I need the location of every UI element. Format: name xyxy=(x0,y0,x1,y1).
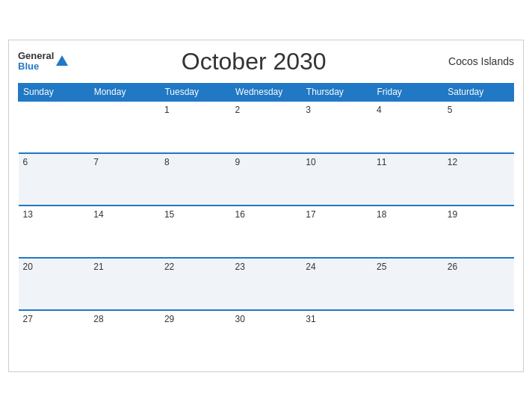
weekday-tuesday: Tuesday xyxy=(160,83,231,101)
calendar-day-cell: 26 xyxy=(443,258,514,310)
logo: General Blue xyxy=(18,51,68,72)
day-number: 2 xyxy=(235,105,241,115)
day-number: 10 xyxy=(306,157,315,167)
day-number: 6 xyxy=(23,157,28,167)
calendar-region: Cocos Islands xyxy=(439,55,514,67)
calendar-day-cell: 24 xyxy=(301,258,372,310)
day-number: 25 xyxy=(377,262,386,272)
calendar-day-cell: 6 xyxy=(19,153,90,206)
calendar-header: General Blue October 2030 Cocos Islands xyxy=(18,48,514,75)
day-number: 16 xyxy=(235,209,245,220)
calendar-day-cell xyxy=(89,101,160,153)
calendar-day-cell: 12 xyxy=(443,153,514,206)
calendar-week-row: 2728293031 xyxy=(19,310,514,362)
day-number: 18 xyxy=(377,209,386,220)
calendar-day-cell: 18 xyxy=(372,206,443,258)
day-number: 19 xyxy=(448,209,457,220)
day-number: 9 xyxy=(235,157,241,167)
logo-blue: Blue xyxy=(18,61,54,72)
calendar-day-cell: 4 xyxy=(372,101,443,153)
calendar-day-cell: 5 xyxy=(443,101,514,153)
calendar-day-cell xyxy=(19,101,90,153)
calendar-week-row: 6789101112 xyxy=(19,153,514,206)
day-number: 15 xyxy=(164,209,174,220)
calendar-day-cell: 9 xyxy=(231,153,302,206)
calendar-day-cell: 8 xyxy=(160,153,231,206)
calendar-container: General Blue October 2030 Cocos Islands … xyxy=(8,40,524,372)
weekday-thursday: Thursday xyxy=(301,83,372,101)
calendar-day-cell: 28 xyxy=(89,310,160,362)
calendar-day-cell: 20 xyxy=(19,258,90,310)
calendar-week-row: 12345 xyxy=(19,101,514,153)
day-number: 7 xyxy=(93,157,99,167)
day-number: 30 xyxy=(235,314,245,324)
calendar-day-cell: 30 xyxy=(231,310,302,362)
day-number: 12 xyxy=(448,157,457,167)
calendar-grid: Sunday Monday Tuesday Wednesday Thursday… xyxy=(18,83,514,362)
calendar-day-cell: 17 xyxy=(301,206,372,258)
calendar-week-row: 20212223242526 xyxy=(19,258,514,310)
calendar-day-cell: 29 xyxy=(160,310,231,362)
logo-triangle-icon xyxy=(56,55,68,66)
day-number: 21 xyxy=(93,262,103,272)
day-number: 5 xyxy=(448,105,453,115)
weekday-friday: Friday xyxy=(372,83,443,101)
weekday-monday: Monday xyxy=(89,83,160,101)
calendar-day-cell: 23 xyxy=(231,258,302,310)
calendar-day-cell: 16 xyxy=(231,206,302,258)
day-number: 1 xyxy=(164,105,170,115)
day-number: 23 xyxy=(235,262,245,272)
day-number: 27 xyxy=(23,314,33,324)
calendar-day-cell: 13 xyxy=(19,206,90,258)
day-number: 29 xyxy=(164,314,174,324)
calendar-day-cell: 31 xyxy=(301,310,372,362)
calendar-day-cell: 15 xyxy=(160,206,231,258)
day-number: 17 xyxy=(306,209,315,220)
calendar-day-cell: 22 xyxy=(160,258,231,310)
weekday-saturday: Saturday xyxy=(443,83,514,101)
calendar-title: October 2030 xyxy=(182,48,327,75)
calendar-day-cell: 25 xyxy=(372,258,443,310)
calendar-day-cell: 21 xyxy=(89,258,160,310)
calendar-day-cell: 19 xyxy=(443,206,514,258)
logo-general: General xyxy=(18,51,54,61)
day-number: 3 xyxy=(306,105,311,115)
day-number: 28 xyxy=(93,314,103,324)
calendar-day-cell: 27 xyxy=(19,310,90,362)
weekday-row: Sunday Monday Tuesday Wednesday Thursday… xyxy=(19,83,514,101)
day-number: 8 xyxy=(164,157,170,167)
calendar-day-cell: 2 xyxy=(231,101,302,153)
day-number: 24 xyxy=(306,262,315,272)
calendar-day-cell xyxy=(443,310,514,362)
day-number: 11 xyxy=(377,157,386,167)
calendar-day-cell: 10 xyxy=(301,153,372,206)
calendar-day-cell: 7 xyxy=(89,153,160,206)
calendar-day-cell: 1 xyxy=(160,101,231,153)
day-number: 22 xyxy=(164,262,174,272)
day-number: 31 xyxy=(306,314,315,324)
calendar-body: 1234567891011121314151617181920212223242… xyxy=(19,101,514,362)
day-number: 13 xyxy=(23,209,33,220)
calendar-day-cell: 3 xyxy=(301,101,372,153)
calendar-weekdays: Sunday Monday Tuesday Wednesday Thursday… xyxy=(19,83,514,101)
day-number: 4 xyxy=(377,105,382,115)
calendar-day-cell: 11 xyxy=(372,153,443,206)
calendar-day-cell xyxy=(372,310,443,362)
day-number: 14 xyxy=(93,209,103,220)
day-number: 20 xyxy=(23,262,33,272)
weekday-sunday: Sunday xyxy=(19,83,90,101)
logo-text: General Blue xyxy=(18,51,54,72)
weekday-wednesday: Wednesday xyxy=(231,83,302,101)
day-number: 26 xyxy=(448,262,457,272)
calendar-week-row: 13141516171819 xyxy=(19,206,514,258)
calendar-day-cell: 14 xyxy=(89,206,160,258)
